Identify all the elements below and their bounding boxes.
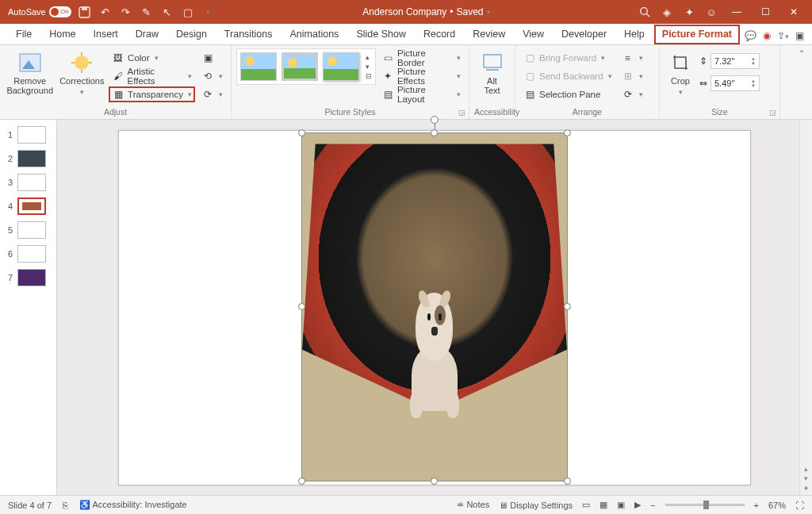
dialog-launcher-icon[interactable]: ◲ <box>769 109 776 117</box>
share-icon[interactable]: ⇪▾ <box>777 30 789 41</box>
resize-handle[interactable] <box>564 303 571 310</box>
save-icon[interactable] <box>78 5 92 19</box>
reset-picture-button[interactable]: ⟳ <box>198 86 226 102</box>
remove-background-button[interactable]: Remove Background <box>5 48 55 95</box>
style-thumb[interactable] <box>282 52 318 81</box>
bring-forward-button[interactable]: ▢Bring Forward <box>520 50 615 66</box>
touch-icon[interactable]: ✎ <box>140 5 154 19</box>
tab-review[interactable]: Review <box>465 25 513 44</box>
tab-design[interactable]: Design <box>168 25 215 44</box>
alt-text-button[interactable]: Alt Text <box>474 48 510 95</box>
slide-thumbnail[interactable]: 7 <box>3 269 53 286</box>
present-icon[interactable]: ▢ <box>181 5 195 19</box>
pointer-icon[interactable]: ↖ <box>160 5 174 19</box>
gallery-more-button[interactable]: ▴▾⊟ <box>366 53 372 80</box>
autosave-toggle[interactable]: AutoSave On <box>8 6 71 17</box>
tab-insert[interactable]: Insert <box>86 25 126 44</box>
search-icon[interactable] <box>638 5 652 19</box>
picture-content <box>302 133 567 481</box>
tab-file[interactable]: File <box>8 25 40 44</box>
slide-thumbnail[interactable]: 1 <box>3 126 53 144</box>
dialog-launcher-icon[interactable]: ◲ <box>458 109 465 117</box>
color-button[interactable]: 🖼Color <box>109 50 195 66</box>
height-input[interactable]: 7.32"▲▼ <box>710 53 760 69</box>
collapse-ribbon-icon[interactable]: ⌃ <box>798 48 806 59</box>
maximize-button[interactable]: ☐ <box>755 4 776 20</box>
minimize-button[interactable]: — <box>726 4 747 20</box>
resize-handle[interactable] <box>298 129 305 136</box>
slide-thumbnail[interactable]: 5 <box>3 221 53 239</box>
notes-button[interactable]: ≐ Notes <box>457 500 489 510</box>
designer-icon[interactable]: ✦ <box>682 5 696 19</box>
view-reading-icon[interactable]: ▣ <box>617 500 625 510</box>
slide-thumbnail[interactable]: 3 <box>3 174 53 191</box>
redo-icon[interactable]: ↷ <box>119 5 133 19</box>
thumb-preview <box>17 221 46 239</box>
accessibility-status[interactable]: ♿ Accessibility: Investigate <box>79 500 187 510</box>
picture-effects-button[interactable]: ✦Picture Effects <box>379 68 464 84</box>
selection-pane-button[interactable]: ▤Selection Pane <box>520 86 615 102</box>
fit-to-window-icon[interactable]: ⛶ <box>795 501 804 510</box>
picture-style-gallery[interactable]: ▴▾⊟ <box>236 48 376 85</box>
resize-handle[interactable] <box>564 129 571 136</box>
tab-help[interactable]: Help <box>616 25 653 44</box>
send-backward-button[interactable]: ▢Send Backward <box>520 68 615 84</box>
autosave-label: AutoSave <box>8 7 46 17</box>
zoom-out-button[interactable]: − <box>650 501 655 510</box>
artistic-effects-button[interactable]: 🖌Artistic Effects <box>109 68 195 84</box>
rotate-button[interactable]: ⟳ <box>619 86 646 102</box>
tab-animations[interactable]: Animations <box>282 25 347 44</box>
document-title[interactable]: Anderson Company • Saved ▾ <box>216 6 638 17</box>
picture-border-button[interactable]: ▭Picture Border <box>379 50 464 66</box>
zoom-level[interactable]: 67% <box>768 501 786 510</box>
tab-picture-format[interactable]: Picture Format <box>654 25 740 44</box>
language-icon[interactable]: ⎘ <box>63 501 68 510</box>
slide-thumbnail[interactable]: 4 <box>3 198 53 215</box>
tab-record[interactable]: Record <box>416 25 463 44</box>
align-button[interactable]: ≡ <box>619 50 646 66</box>
view-sorter-icon[interactable]: ▦ <box>599 500 607 510</box>
tab-transitions[interactable]: Transitions <box>216 25 281 44</box>
premium-icon[interactable]: ◈ <box>660 5 674 19</box>
resize-handle[interactable] <box>431 478 438 485</box>
tab-view[interactable]: View <box>515 25 552 44</box>
style-thumb[interactable] <box>240 52 277 81</box>
resize-handle[interactable] <box>298 478 305 485</box>
group-button[interactable]: ⊞ <box>619 68 646 84</box>
picture-layout-button[interactable]: ▤Picture Layout <box>379 86 464 102</box>
qat-more-icon[interactable]: ▾ <box>201 5 216 19</box>
resize-handle[interactable] <box>431 129 438 136</box>
tab-slideshow[interactable]: Slide Show <box>348 25 414 44</box>
view-normal-icon[interactable]: ▭ <box>582 500 590 510</box>
corrections-button[interactable]: Corrections▾ <box>58 48 105 96</box>
resize-handle[interactable] <box>298 303 305 310</box>
rotate-handle[interactable] <box>431 116 439 124</box>
slide-canvas-area[interactable]: ▴▾♦ <box>57 120 812 495</box>
zoom-in-button[interactable]: + <box>754 501 759 510</box>
slide-thumbnail[interactable]: 6 <box>3 245 53 263</box>
zoom-slider[interactable] <box>665 504 745 506</box>
close-button[interactable]: ✕ <box>783 4 804 20</box>
crop-button[interactable]: Crop▾ <box>665 48 696 96</box>
comments-icon[interactable]: 💬 <box>745 30 756 41</box>
resize-handle[interactable] <box>564 478 571 485</box>
slide <box>118 130 751 485</box>
slide-thumbnail[interactable]: 2 <box>3 150 53 167</box>
vertical-scrollbar[interactable]: ▴▾♦ <box>799 120 812 495</box>
transparency-button[interactable]: ▦Transparency <box>109 86 195 102</box>
change-picture-button[interactable]: ⟲ <box>198 68 226 84</box>
tab-draw[interactable]: Draw <box>128 25 167 44</box>
tab-home[interactable]: Home <box>41 25 83 44</box>
display-settings-button[interactable]: 🖥 Display Settings <box>499 501 573 510</box>
width-input[interactable]: 5.49"▲▼ <box>710 75 760 91</box>
account-icon[interactable]: ☺ <box>704 5 718 19</box>
canvas-icon[interactable]: ▣ <box>795 30 804 41</box>
style-thumb[interactable] <box>323 52 359 81</box>
view-slideshow-icon[interactable]: ▶ <box>634 500 641 510</box>
picture-selection[interactable] <box>301 132 568 481</box>
thumb-number: 5 <box>3 225 13 235</box>
undo-icon[interactable]: ↶ <box>98 5 113 19</box>
compress-pictures-button[interactable]: ▣ <box>198 50 226 66</box>
record-icon[interactable]: ◉ <box>763 30 771 41</box>
tab-developer[interactable]: Developer <box>553 25 615 44</box>
